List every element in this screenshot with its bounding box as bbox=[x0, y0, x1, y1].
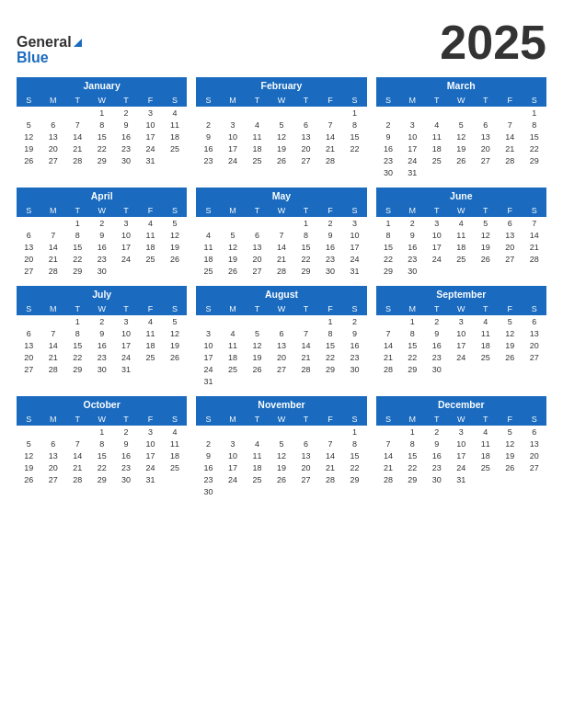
day-cell: 8 bbox=[318, 327, 342, 339]
day-cell: 9 bbox=[114, 119, 138, 131]
day-cell: 19 bbox=[270, 142, 293, 154]
day-cell: 16 bbox=[400, 241, 424, 253]
day-cell: 21 bbox=[318, 142, 342, 154]
month-header-april: April bbox=[17, 188, 187, 204]
day-cell: 22 bbox=[522, 142, 546, 154]
day-cell bbox=[318, 107, 342, 119]
day-cell: 26 bbox=[498, 351, 522, 363]
day-cell: 5 bbox=[498, 315, 522, 327]
day-cell bbox=[474, 166, 498, 178]
day-header: F bbox=[138, 413, 162, 426]
day-cell bbox=[221, 485, 245, 497]
day-cell bbox=[400, 107, 424, 119]
day-cell: 21 bbox=[65, 461, 89, 473]
day-cell: 10 bbox=[449, 438, 473, 449]
day-cell: 8 bbox=[400, 327, 424, 339]
day-header: F bbox=[318, 204, 342, 217]
day-cell: 12 bbox=[474, 229, 498, 241]
day-cell: 30 bbox=[114, 473, 138, 485]
day-cell: 20 bbox=[245, 253, 269, 265]
day-cell: 5 bbox=[474, 217, 498, 229]
day-cell: 11 bbox=[138, 327, 162, 339]
day-cell: 7 bbox=[40, 229, 64, 241]
day-cell: 8 bbox=[376, 229, 400, 241]
day-cell bbox=[163, 154, 188, 166]
day-cell: 20 bbox=[270, 351, 293, 363]
day-cell: 30 bbox=[342, 363, 367, 375]
day-cell: 1 bbox=[65, 217, 89, 229]
day-cell bbox=[40, 315, 64, 327]
day-cell: 28 bbox=[40, 265, 64, 277]
day-cell: 18 bbox=[163, 131, 188, 142]
day-cell: 10 bbox=[114, 327, 138, 339]
day-cell: 6 bbox=[40, 438, 64, 449]
day-cell: 11 bbox=[449, 229, 473, 241]
day-cell: 23 bbox=[376, 154, 400, 166]
day-header: T bbox=[245, 204, 269, 217]
day-cell bbox=[293, 107, 317, 119]
day-header: F bbox=[498, 413, 522, 426]
day-cell: 12 bbox=[449, 131, 473, 142]
day-cell: 4 bbox=[196, 229, 220, 241]
day-cell: 29 bbox=[89, 154, 113, 166]
day-cell: 22 bbox=[342, 142, 367, 154]
day-header: W bbox=[270, 204, 293, 217]
day-cell: 1 bbox=[342, 426, 367, 438]
day-cell: 2 bbox=[114, 107, 138, 119]
day-cell bbox=[270, 485, 293, 497]
day-cell: 8 bbox=[400, 438, 424, 449]
day-cell: 29 bbox=[318, 363, 342, 375]
day-cell: 1 bbox=[89, 107, 113, 119]
day-cell: 23 bbox=[342, 351, 367, 363]
day-cell: 11 bbox=[245, 449, 269, 461]
day-cell: 6 bbox=[293, 438, 317, 449]
day-cell: 19 bbox=[498, 339, 522, 351]
day-cell: 18 bbox=[245, 461, 269, 473]
day-cell: 6 bbox=[522, 315, 546, 327]
day-cell: 25 bbox=[245, 154, 269, 166]
day-cell: 17 bbox=[221, 461, 245, 473]
day-cell: 21 bbox=[40, 351, 64, 363]
logo-general: General bbox=[17, 34, 72, 50]
day-cell: 14 bbox=[40, 241, 64, 253]
day-cell: 22 bbox=[65, 253, 89, 265]
month-april: AprilSMTWTFS1234567891011121314151617181… bbox=[17, 188, 187, 277]
day-cell: 2 bbox=[196, 438, 220, 449]
day-cell: 14 bbox=[270, 241, 293, 253]
day-cell: 28 bbox=[376, 473, 400, 485]
day-cell: 1 bbox=[89, 426, 113, 438]
day-cell: 16 bbox=[376, 142, 400, 154]
day-cell: 20 bbox=[474, 142, 498, 154]
month-table-march: SMTWTFS123456789101112131415161718192021… bbox=[376, 94, 546, 178]
day-cell: 6 bbox=[245, 229, 269, 241]
day-header: T bbox=[293, 204, 317, 217]
day-cell: 24 bbox=[221, 154, 245, 166]
day-cell: 24 bbox=[449, 461, 473, 473]
day-cell: 25 bbox=[425, 154, 449, 166]
day-cell: 5 bbox=[270, 119, 293, 131]
day-header: W bbox=[89, 413, 113, 426]
day-cell: 8 bbox=[342, 438, 367, 449]
day-cell: 7 bbox=[65, 438, 89, 449]
day-cell: 30 bbox=[318, 265, 342, 277]
day-cell: 15 bbox=[89, 449, 113, 461]
day-cell: 9 bbox=[89, 327, 113, 339]
day-cell: 26 bbox=[245, 363, 269, 375]
day-cell: 13 bbox=[245, 241, 269, 253]
logo-blue: Blue bbox=[17, 50, 49, 65]
day-header: S bbox=[376, 94, 400, 107]
day-cell: 7 bbox=[498, 119, 522, 131]
day-cell: 1 bbox=[400, 315, 424, 327]
day-cell: 12 bbox=[245, 339, 269, 351]
day-cell: 13 bbox=[498, 229, 522, 241]
day-cell bbox=[498, 166, 522, 178]
calendar-grid: JanuarySMTWTFS12345678910111213141516171… bbox=[17, 77, 546, 497]
day-header: T bbox=[474, 94, 498, 107]
day-cell: 20 bbox=[17, 253, 40, 265]
day-cell: 14 bbox=[376, 339, 400, 351]
day-cell: 21 bbox=[376, 461, 400, 473]
day-cell: 14 bbox=[65, 131, 89, 142]
day-cell: 18 bbox=[163, 449, 188, 461]
day-cell: 18 bbox=[196, 253, 220, 265]
day-cell: 4 bbox=[138, 217, 162, 229]
